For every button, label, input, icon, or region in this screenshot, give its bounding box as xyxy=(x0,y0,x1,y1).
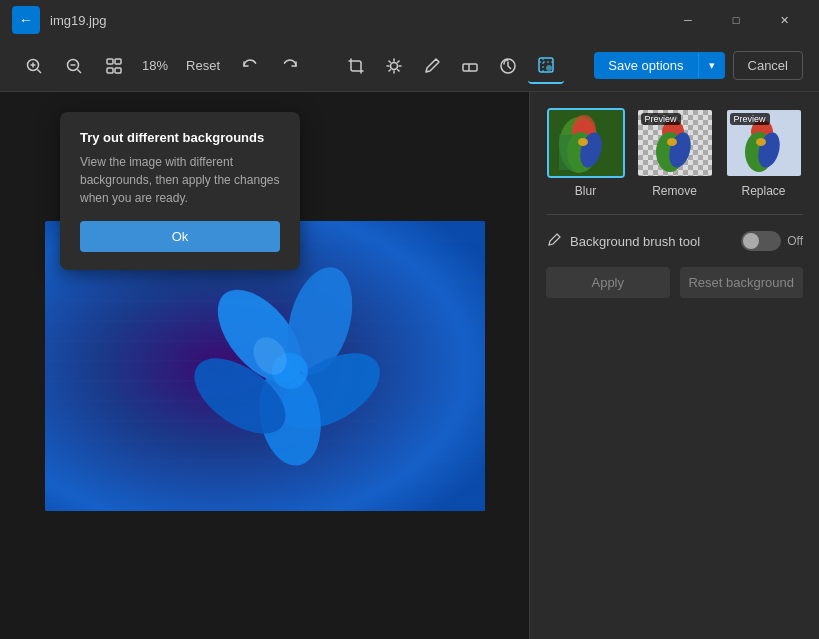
reset-button[interactable]: Reset xyxy=(178,54,228,77)
redo-button[interactable] xyxy=(272,48,308,84)
brush-toggle[interactable] xyxy=(741,231,781,251)
svg-point-46 xyxy=(578,138,588,146)
canvas-area: Try out different backgrounds View the i… xyxy=(0,92,529,639)
replace-preview-badge: Preview xyxy=(730,113,770,125)
svg-rect-10 xyxy=(115,68,121,73)
toggle-thumb xyxy=(743,233,759,249)
right-panel: Blur Preview xyxy=(529,92,819,639)
ok-button[interactable]: Ok xyxy=(80,221,280,252)
tooltip-popup: Try out different backgrounds View the i… xyxy=(60,112,300,270)
main-area: Try out different backgrounds View the i… xyxy=(0,92,819,639)
toolbar: 18% Reset xyxy=(0,40,819,92)
blur-label: Blur xyxy=(575,184,596,198)
draw-tool-button[interactable] xyxy=(414,48,450,84)
brush-icon xyxy=(546,232,562,251)
zoom-level: 18% xyxy=(136,58,174,73)
action-buttons: Apply Reset background xyxy=(546,267,803,298)
zoom-out-button[interactable] xyxy=(56,48,92,84)
fit-screen-button[interactable] xyxy=(96,48,132,84)
cancel-button[interactable]: Cancel xyxy=(733,51,803,80)
file-title: img19.jpg xyxy=(50,13,106,28)
brush-tool-row: Background brush tool Off xyxy=(546,231,803,251)
replace-label: Replace xyxy=(741,184,785,198)
background-options: Blur Preview xyxy=(546,108,803,198)
svg-rect-9 xyxy=(107,68,113,73)
replace-option[interactable]: Preview Replace xyxy=(725,108,803,198)
close-button[interactable]: ✕ xyxy=(761,0,807,40)
tooltip-description: View the image with different background… xyxy=(80,153,280,207)
svg-point-59 xyxy=(756,138,766,146)
zoom-in-button[interactable] xyxy=(16,48,52,84)
tooltip-title: Try out different backgrounds xyxy=(80,130,280,145)
window-controls: ─ □ ✕ xyxy=(665,0,807,40)
blur-thumbnail-svg xyxy=(549,110,625,178)
minimize-button[interactable]: ─ xyxy=(665,0,711,40)
save-options-label: Save options xyxy=(594,52,697,79)
toggle-state-label: Off xyxy=(787,234,803,248)
svg-point-11 xyxy=(391,62,398,69)
maximize-button[interactable]: □ xyxy=(713,0,759,40)
separator xyxy=(546,214,803,215)
svg-point-16 xyxy=(546,65,552,71)
crop-tool-button[interactable] xyxy=(338,48,374,84)
blur-option[interactable]: Blur xyxy=(547,108,625,198)
save-options-arrow-icon[interactable]: ▾ xyxy=(698,53,725,78)
adjust-tool-button[interactable] xyxy=(376,48,412,84)
background-tool-button[interactable] xyxy=(528,48,564,84)
brush-tool-label: Background brush tool xyxy=(570,234,733,249)
title-bar: ← img19.jpg ─ □ ✕ xyxy=(0,0,819,40)
remove-tool-button[interactable] xyxy=(490,48,526,84)
apply-button[interactable]: Apply xyxy=(546,267,670,298)
remove-label: Remove xyxy=(652,184,697,198)
svg-rect-12 xyxy=(463,64,477,71)
svg-line-5 xyxy=(78,69,82,73)
remove-thumbnail[interactable]: Preview xyxy=(636,108,714,178)
toggle-container: Off xyxy=(741,231,803,251)
svg-rect-7 xyxy=(107,59,113,64)
save-options-button[interactable]: Save options ▾ xyxy=(594,52,724,79)
svg-line-1 xyxy=(38,69,42,73)
erase-tool-button[interactable] xyxy=(452,48,488,84)
replace-thumbnail[interactable]: Preview xyxy=(725,108,803,178)
remove-option[interactable]: Preview xyxy=(636,108,714,198)
blur-thumbnail[interactable] xyxy=(547,108,625,178)
undo-button[interactable] xyxy=(232,48,268,84)
reset-background-button[interactable]: Reset background xyxy=(680,267,804,298)
svg-point-54 xyxy=(667,138,677,146)
svg-rect-8 xyxy=(115,59,121,64)
remove-preview-badge: Preview xyxy=(641,113,681,125)
back-button[interactable]: ← xyxy=(12,6,40,34)
